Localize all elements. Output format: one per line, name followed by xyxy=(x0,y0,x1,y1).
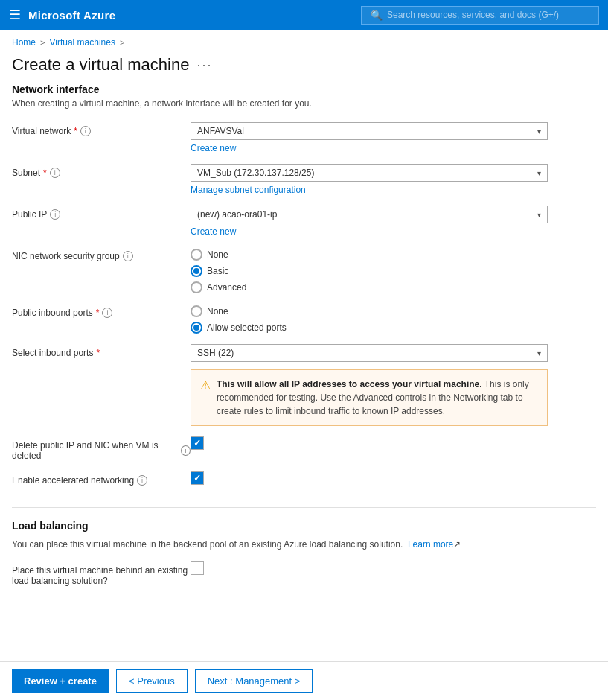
subnet-info-icon[interactable]: i xyxy=(50,168,60,178)
learn-more-link[interactable]: Learn more xyxy=(408,539,453,550)
public-inbound-info-icon[interactable]: i xyxy=(102,308,112,318)
place-lb-checkbox-item[interactable] xyxy=(191,561,596,575)
delete-public-ip-row: Delete public IP and NIC when VM is dele… xyxy=(12,436,596,461)
virtual-network-info-icon[interactable]: i xyxy=(80,126,91,136)
virtual-network-row: Virtual network * i ANFAVSVal ▾ Create n… xyxy=(12,122,596,153)
chevron-down-icon: ▾ xyxy=(537,169,541,177)
place-lb-row: Place this virtual machine behind an exi… xyxy=(12,561,596,586)
required-star: * xyxy=(74,126,77,136)
chevron-down-icon: ▾ xyxy=(537,211,541,219)
chevron-down-icon: ▾ xyxy=(537,127,541,136)
delete-public-ip-checkbox-item[interactable] xyxy=(191,436,596,450)
select-inbound-dropdown[interactable]: SSH (22) ▾ xyxy=(191,344,548,362)
breadcrumb: Home > Virtual machines > xyxy=(0,30,608,52)
enable-accel-row: Enable accelerated networking i xyxy=(12,471,596,492)
subnet-dropdown[interactable]: VM_Sub (172.30.137.128/25) ▾ xyxy=(191,164,548,182)
inbound-radio-allow-selected[interactable] xyxy=(191,322,202,334)
enable-accel-control xyxy=(191,471,596,485)
breadcrumb-sep-1: > xyxy=(40,38,45,47)
required-star-inbound: * xyxy=(96,308,100,318)
manage-subnet-link[interactable]: Manage subnet configuration xyxy=(191,185,306,195)
required-star-select-inbound: * xyxy=(96,348,100,358)
nsg-radio-basic[interactable] xyxy=(191,265,202,277)
public-ip-control: (new) acao-ora01-ip ▾ Create new xyxy=(191,206,596,237)
warning-strong: This will allow all IP addresses to acce… xyxy=(217,379,482,389)
main-content: Network interface When creating a virtua… xyxy=(0,83,608,656)
chevron-down-icon: ▾ xyxy=(537,349,541,357)
select-inbound-control: SSH (22) ▾ ⚠ This will allow all IP addr… xyxy=(191,344,596,426)
lb-desc-prefix: You can place this virtual machine in th… xyxy=(12,539,403,550)
public-ip-label: Public IP i xyxy=(12,206,191,220)
page-title: Create a virtual machine xyxy=(12,55,189,74)
inbound-radio-group: None Allow selected ports xyxy=(191,304,596,334)
delete-public-ip-info-icon[interactable]: i xyxy=(181,445,191,456)
enable-accel-label: Enable accelerated networking i xyxy=(12,471,191,486)
load-balancing-title: Load balancing xyxy=(12,520,596,532)
search-icon: 🔍 xyxy=(371,10,383,21)
delete-public-ip-label: Delete public IP and NIC when VM is dele… xyxy=(12,436,191,461)
delete-public-ip-control xyxy=(191,436,596,450)
load-balancing-desc: You can place this virtual machine in th… xyxy=(12,538,596,551)
nsg-radio-none[interactable] xyxy=(191,249,202,261)
inbound-label-allow-selected: Allow selected ports xyxy=(207,322,287,333)
inbound-option-allow-selected[interactable]: Allow selected ports xyxy=(191,322,596,334)
place-lb-label: Place this virtual machine behind an exi… xyxy=(12,561,191,586)
warning-icon: ⚠ xyxy=(200,378,211,418)
section-divider xyxy=(12,507,596,508)
warning-box: ⚠ This will allow all IP addresses to ac… xyxy=(191,369,548,426)
breadcrumb-home[interactable]: Home xyxy=(12,37,36,48)
hamburger-icon[interactable]: ☰ xyxy=(9,7,21,23)
required-star-subnet: * xyxy=(43,168,47,178)
nsg-label-none: None xyxy=(207,249,228,260)
enable-accel-info-icon[interactable]: i xyxy=(137,475,147,486)
nic-nsg-label: NIC network security group i xyxy=(12,247,191,261)
nsg-label-basic: Basic xyxy=(207,266,228,276)
brand-name: Microsoft Azure xyxy=(28,9,115,22)
inbound-label-none: None xyxy=(207,306,228,316)
public-inbound-control: None Allow selected ports xyxy=(191,304,596,334)
public-ip-value: (new) acao-ora01-ip xyxy=(197,209,277,220)
inbound-radio-none[interactable] xyxy=(191,305,202,317)
page-title-row: Create a virtual machine ··· xyxy=(0,52,608,83)
network-interface-title: Network interface xyxy=(12,83,596,95)
network-interface-desc: When creating a virtual machine, a netwo… xyxy=(12,98,596,109)
enable-accel-checkbox[interactable] xyxy=(191,471,204,485)
public-ip-info-icon[interactable]: i xyxy=(50,209,60,220)
public-inbound-row: Public inbound ports * i None Allow sele… xyxy=(12,304,596,334)
virtual-network-dropdown[interactable]: ANFAVSVal ▾ xyxy=(191,122,548,140)
delete-public-ip-checkbox[interactable] xyxy=(191,436,204,450)
nic-nsg-row: NIC network security group i None Basic … xyxy=(12,247,596,293)
place-lb-control xyxy=(191,561,596,575)
search-input[interactable] xyxy=(387,10,580,20)
virtual-network-label: Virtual network * i xyxy=(12,122,191,136)
virtual-network-value: ANFAVSVal xyxy=(197,126,244,136)
select-inbound-row: Select inbound ports * SSH (22) ▾ ⚠ This… xyxy=(12,344,596,426)
select-inbound-value: SSH (22) xyxy=(197,348,234,358)
nic-nsg-control: None Basic Advanced xyxy=(191,247,596,293)
nic-nsg-info-icon[interactable]: i xyxy=(123,251,133,261)
place-lb-checkbox[interactable] xyxy=(191,561,204,575)
public-inbound-label: Public inbound ports * i xyxy=(12,304,191,318)
subnet-value: VM_Sub (172.30.137.128/25) xyxy=(197,168,314,178)
inbound-option-none[interactable]: None xyxy=(191,305,596,317)
create-new-ip-link[interactable]: Create new xyxy=(191,226,236,237)
create-new-vnet-link[interactable]: Create new xyxy=(191,143,236,153)
nsg-radio-advanced[interactable] xyxy=(191,281,202,293)
public-ip-row: Public IP i (new) acao-ora01-ip ▾ Create… xyxy=(12,206,596,237)
nsg-radio-group: None Basic Advanced xyxy=(191,247,596,293)
select-inbound-label: Select inbound ports * xyxy=(12,344,191,358)
nsg-option-none[interactable]: None xyxy=(191,249,596,261)
subnet-label: Subnet * i xyxy=(12,164,191,178)
subnet-control: VM_Sub (172.30.137.128/25) ▾ Manage subn… xyxy=(191,164,596,195)
breadcrumb-virtual-machines[interactable]: Virtual machines xyxy=(49,37,115,48)
subnet-row: Subnet * i VM_Sub (172.30.137.128/25) ▾ … xyxy=(12,164,596,195)
page-menu-icon[interactable]: ··· xyxy=(196,57,212,73)
topnav: ☰ Microsoft Azure 🔍 xyxy=(0,0,608,30)
enable-accel-checkbox-item[interactable] xyxy=(191,471,596,485)
nsg-option-basic[interactable]: Basic xyxy=(191,265,596,277)
nsg-option-advanced[interactable]: Advanced xyxy=(191,281,596,293)
search-bar[interactable]: 🔍 xyxy=(361,6,599,25)
nsg-label-advanced: Advanced xyxy=(207,282,246,293)
public-ip-dropdown[interactable]: (new) acao-ora01-ip ▾ xyxy=(191,206,548,223)
virtual-network-control: ANFAVSVal ▾ Create new xyxy=(191,122,596,153)
